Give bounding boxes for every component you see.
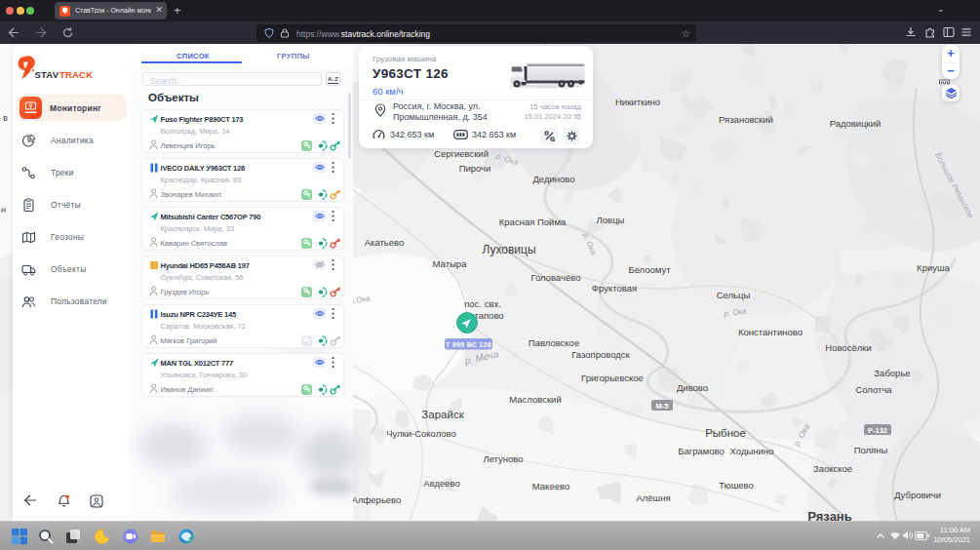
svg-text:М-5: М-5 [656,402,669,411]
svg-text:Криуша: Криуша [917,262,950,273]
svg-text:н: н [1,205,6,215]
svg-text:Сергиевский: Сергиевский [434,148,489,159]
svg-text:пос. свх.: пос. свх. [464,298,501,309]
svg-text:STAV: STAV [35,69,59,80]
svg-text:Р-132: Р-132 [868,426,887,435]
svg-text:Акатьево: Акатьево [365,237,405,248]
svg-text:Газопроводск: Газопроводск [571,349,630,360]
svg-text:Матыра: Матыра [433,258,468,269]
svg-text:Радовицкий: Радовицкий [830,118,882,129]
svg-text:Дивово: Дивово [677,382,708,393]
svg-text:Головачёво: Головачёво [531,272,581,283]
svg-text:Луховицы: Луховицы [482,243,535,256]
svg-text:Рыбное: Рыбное [705,427,746,439]
svg-text:Алёшня: Алёшня [636,492,670,503]
svg-text:Алферьево: Алферьево [352,494,402,505]
svg-text:Никиткино: Никиткино [615,97,660,107]
svg-text:Авдеево: Авдеево [423,478,460,489]
svg-text:Поляны: Поляны [854,445,888,455]
svg-text:Рязановский: Рязановский [719,114,773,125]
svg-text:в: в [3,113,8,123]
svg-text:Масловский: Масловский [509,394,561,405]
svg-text:Заокское: Заокское [813,463,852,474]
svg-text:Ловцы: Ловцы [597,215,625,225]
svg-text:Фруктовая: Фруктовая [592,283,637,294]
svg-text:Красная Пойма: Красная Пойма [499,216,567,227]
svg-text:Сельцы: Сельцы [717,290,751,300]
svg-text:TRACK: TRACK [59,69,93,80]
svg-text:Чулки-Соколово: Чулки-Соколово [386,428,456,439]
svg-text:Дубровичи: Дубровичи [894,490,941,500]
svg-text:Заборье: Заборье [874,368,910,378]
svg-text:Григорьевское: Григорьевское [581,373,644,383]
svg-text:Рязань: Рязань [807,509,851,521]
svg-text:Летуново: Летуново [483,453,523,464]
svg-text:Пирочи: Пирочи [459,163,491,174]
svg-text:Макеево: Макеево [532,481,569,491]
svg-text:Солотча: Солотча [855,384,892,395]
svg-text:Дединово: Дединово [532,174,574,184]
svg-text:Белоомут: Белоомут [628,264,671,275]
svg-text:Новосёлки: Новосёлки [825,342,871,353]
svg-text:Константиново: Константиново [738,327,803,337]
svg-text:Зарайск: Зарайск [421,409,464,420]
svg-text:Павловское: Павловское [529,337,579,348]
svg-text:Ходынино: Ходынино [730,446,774,456]
svg-text:Тюшево: Тюшево [719,480,754,491]
svg-text:Т 999 ВС 126: Т 999 ВС 126 [446,341,491,348]
svg-text:Баграмово: Баграмово [678,446,725,456]
